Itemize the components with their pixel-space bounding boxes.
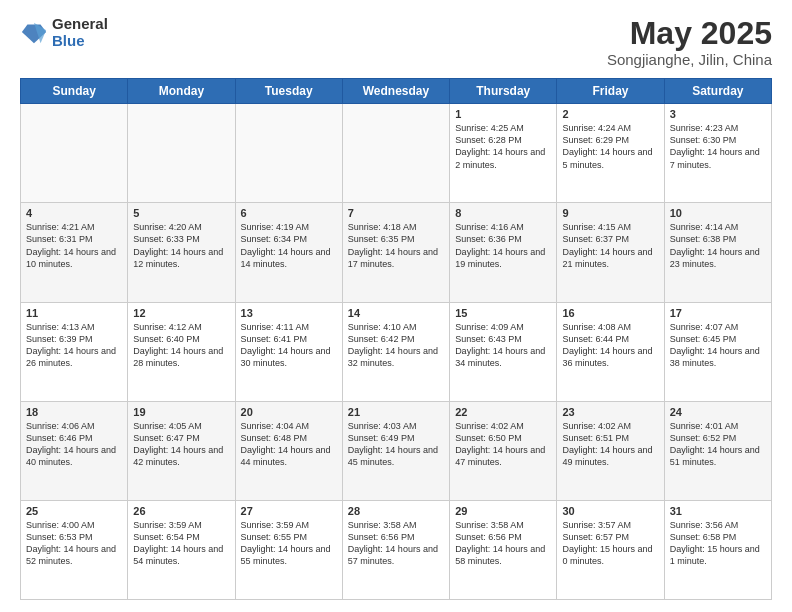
day-info: Sunrise: 4:02 AM Sunset: 6:51 PM Dayligh…	[562, 420, 658, 469]
day-info: Sunrise: 3:58 AM Sunset: 6:56 PM Dayligh…	[455, 519, 551, 568]
day-number: 2	[562, 108, 658, 120]
day-info: Sunrise: 3:59 AM Sunset: 6:54 PM Dayligh…	[133, 519, 229, 568]
day-number: 29	[455, 505, 551, 517]
day-number: 12	[133, 307, 229, 319]
day-info: Sunrise: 4:23 AM Sunset: 6:30 PM Dayligh…	[670, 122, 766, 171]
page: General Blue May 2025 Songjianghe, Jilin…	[0, 0, 792, 612]
table-row: 18Sunrise: 4:06 AM Sunset: 6:46 PM Dayli…	[21, 401, 128, 500]
day-info: Sunrise: 4:00 AM Sunset: 6:53 PM Dayligh…	[26, 519, 122, 568]
day-number: 3	[670, 108, 766, 120]
day-info: Sunrise: 4:25 AM Sunset: 6:28 PM Dayligh…	[455, 122, 551, 171]
logo-general-text: General	[52, 16, 108, 33]
day-number: 28	[348, 505, 444, 517]
table-row: 3Sunrise: 4:23 AM Sunset: 6:30 PM Daylig…	[664, 104, 771, 203]
table-row: 30Sunrise: 3:57 AM Sunset: 6:57 PM Dayli…	[557, 500, 664, 599]
location-subtitle: Songjianghe, Jilin, China	[607, 51, 772, 68]
month-title: May 2025	[607, 16, 772, 51]
day-number: 27	[241, 505, 337, 517]
day-number: 19	[133, 406, 229, 418]
table-row: 10Sunrise: 4:14 AM Sunset: 6:38 PM Dayli…	[664, 203, 771, 302]
table-row: 7Sunrise: 4:18 AM Sunset: 6:35 PM Daylig…	[342, 203, 449, 302]
day-info: Sunrise: 4:09 AM Sunset: 6:43 PM Dayligh…	[455, 321, 551, 370]
day-number: 31	[670, 505, 766, 517]
day-number: 8	[455, 207, 551, 219]
day-info: Sunrise: 4:04 AM Sunset: 6:48 PM Dayligh…	[241, 420, 337, 469]
table-row: 31Sunrise: 3:56 AM Sunset: 6:58 PM Dayli…	[664, 500, 771, 599]
day-number: 23	[562, 406, 658, 418]
day-number: 9	[562, 207, 658, 219]
table-row: 9Sunrise: 4:15 AM Sunset: 6:37 PM Daylig…	[557, 203, 664, 302]
day-number: 11	[26, 307, 122, 319]
table-row: 15Sunrise: 4:09 AM Sunset: 6:43 PM Dayli…	[450, 302, 557, 401]
day-number: 30	[562, 505, 658, 517]
calendar-row-3: 18Sunrise: 4:06 AM Sunset: 6:46 PM Dayli…	[21, 401, 772, 500]
day-number: 21	[348, 406, 444, 418]
day-info: Sunrise: 4:15 AM Sunset: 6:37 PM Dayligh…	[562, 221, 658, 270]
day-number: 6	[241, 207, 337, 219]
table-row	[128, 104, 235, 203]
header: General Blue May 2025 Songjianghe, Jilin…	[20, 16, 772, 68]
table-row: 8Sunrise: 4:16 AM Sunset: 6:36 PM Daylig…	[450, 203, 557, 302]
day-info: Sunrise: 4:03 AM Sunset: 6:49 PM Dayligh…	[348, 420, 444, 469]
day-number: 5	[133, 207, 229, 219]
day-info: Sunrise: 4:24 AM Sunset: 6:29 PM Dayligh…	[562, 122, 658, 171]
table-row: 11Sunrise: 4:13 AM Sunset: 6:39 PM Dayli…	[21, 302, 128, 401]
title-block: May 2025 Songjianghe, Jilin, China	[607, 16, 772, 68]
day-info: Sunrise: 4:07 AM Sunset: 6:45 PM Dayligh…	[670, 321, 766, 370]
day-info: Sunrise: 3:58 AM Sunset: 6:56 PM Dayligh…	[348, 519, 444, 568]
table-row	[342, 104, 449, 203]
day-number: 10	[670, 207, 766, 219]
day-number: 13	[241, 307, 337, 319]
day-number: 16	[562, 307, 658, 319]
day-number: 14	[348, 307, 444, 319]
day-number: 7	[348, 207, 444, 219]
table-row	[21, 104, 128, 203]
table-row: 13Sunrise: 4:11 AM Sunset: 6:41 PM Dayli…	[235, 302, 342, 401]
table-row: 22Sunrise: 4:02 AM Sunset: 6:50 PM Dayli…	[450, 401, 557, 500]
day-number: 1	[455, 108, 551, 120]
table-row: 24Sunrise: 4:01 AM Sunset: 6:52 PM Dayli…	[664, 401, 771, 500]
day-number: 20	[241, 406, 337, 418]
calendar-row-1: 4Sunrise: 4:21 AM Sunset: 6:31 PM Daylig…	[21, 203, 772, 302]
table-row: 16Sunrise: 4:08 AM Sunset: 6:44 PM Dayli…	[557, 302, 664, 401]
table-row: 20Sunrise: 4:04 AM Sunset: 6:48 PM Dayli…	[235, 401, 342, 500]
day-info: Sunrise: 4:18 AM Sunset: 6:35 PM Dayligh…	[348, 221, 444, 270]
logo-blue-text: Blue	[52, 33, 108, 50]
day-info: Sunrise: 4:19 AM Sunset: 6:34 PM Dayligh…	[241, 221, 337, 270]
col-tuesday: Tuesday	[235, 79, 342, 104]
day-number: 24	[670, 406, 766, 418]
day-info: Sunrise: 4:05 AM Sunset: 6:47 PM Dayligh…	[133, 420, 229, 469]
table-row: 27Sunrise: 3:59 AM Sunset: 6:55 PM Dayli…	[235, 500, 342, 599]
table-row: 17Sunrise: 4:07 AM Sunset: 6:45 PM Dayli…	[664, 302, 771, 401]
day-info: Sunrise: 4:11 AM Sunset: 6:41 PM Dayligh…	[241, 321, 337, 370]
table-row: 29Sunrise: 3:58 AM Sunset: 6:56 PM Dayli…	[450, 500, 557, 599]
col-monday: Monday	[128, 79, 235, 104]
table-row: 1Sunrise: 4:25 AM Sunset: 6:28 PM Daylig…	[450, 104, 557, 203]
day-info: Sunrise: 4:02 AM Sunset: 6:50 PM Dayligh…	[455, 420, 551, 469]
calendar-header-row: Sunday Monday Tuesday Wednesday Thursday…	[21, 79, 772, 104]
col-thursday: Thursday	[450, 79, 557, 104]
day-info: Sunrise: 4:01 AM Sunset: 6:52 PM Dayligh…	[670, 420, 766, 469]
col-saturday: Saturday	[664, 79, 771, 104]
day-info: Sunrise: 4:12 AM Sunset: 6:40 PM Dayligh…	[133, 321, 229, 370]
col-wednesday: Wednesday	[342, 79, 449, 104]
day-number: 15	[455, 307, 551, 319]
day-info: Sunrise: 3:56 AM Sunset: 6:58 PM Dayligh…	[670, 519, 766, 568]
calendar-row-4: 25Sunrise: 4:00 AM Sunset: 6:53 PM Dayli…	[21, 500, 772, 599]
calendar-row-0: 1Sunrise: 4:25 AM Sunset: 6:28 PM Daylig…	[21, 104, 772, 203]
calendar-row-2: 11Sunrise: 4:13 AM Sunset: 6:39 PM Dayli…	[21, 302, 772, 401]
table-row: 28Sunrise: 3:58 AM Sunset: 6:56 PM Dayli…	[342, 500, 449, 599]
table-row: 26Sunrise: 3:59 AM Sunset: 6:54 PM Dayli…	[128, 500, 235, 599]
table-row: 23Sunrise: 4:02 AM Sunset: 6:51 PM Dayli…	[557, 401, 664, 500]
col-sunday: Sunday	[21, 79, 128, 104]
day-number: 26	[133, 505, 229, 517]
day-info: Sunrise: 3:59 AM Sunset: 6:55 PM Dayligh…	[241, 519, 337, 568]
logo: General Blue	[20, 16, 108, 49]
day-number: 25	[26, 505, 122, 517]
day-number: 22	[455, 406, 551, 418]
logo-icon	[20, 19, 48, 47]
table-row: 5Sunrise: 4:20 AM Sunset: 6:33 PM Daylig…	[128, 203, 235, 302]
logo-text: General Blue	[52, 16, 108, 49]
day-info: Sunrise: 4:06 AM Sunset: 6:46 PM Dayligh…	[26, 420, 122, 469]
day-info: Sunrise: 4:16 AM Sunset: 6:36 PM Dayligh…	[455, 221, 551, 270]
